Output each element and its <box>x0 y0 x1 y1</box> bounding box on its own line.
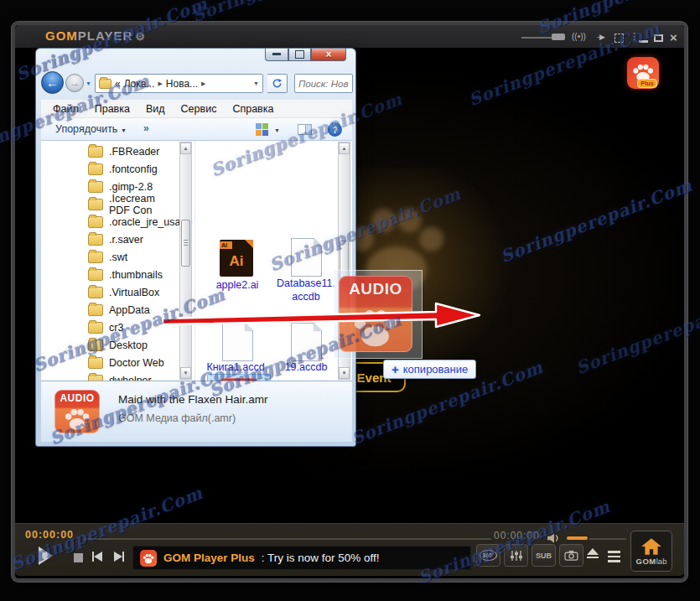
title-volume-track[interactable] <box>521 37 552 39</box>
ad-brand: GOM Player Plus <box>163 552 255 564</box>
menu-edit[interactable]: Правка <box>95 103 130 115</box>
breadcrumb-arrow-icon[interactable]: ▶ <box>158 80 162 87</box>
folder-icon <box>88 269 103 281</box>
360-mode-button[interactable]: 360° <box>476 544 500 567</box>
volume-slider[interactable] <box>567 536 588 540</box>
folder-name: .thumbnails <box>109 269 163 281</box>
details-filetype: GOM Медиа файл(.amr) <box>118 412 236 424</box>
gear-icon[interactable]: ⚙ <box>135 30 146 43</box>
folder-name: .VirtualBox <box>109 287 159 298</box>
gom-audio-icon: AUDIO <box>54 390 100 433</box>
menu-view[interactable]: Вид <box>146 103 165 115</box>
explorer-close-button[interactable]: × <box>311 48 346 61</box>
screenshot-button[interactable] <box>559 544 583 567</box>
screen-size-icon[interactable] <box>614 34 624 43</box>
menu-help[interactable]: Справка <box>232 103 273 115</box>
close-icon[interactable]: × <box>670 30 677 44</box>
forward-button[interactable]: → <box>65 74 84 92</box>
folder-item[interactable]: .swt <box>41 248 175 266</box>
control-menu-icon[interactable] <box>608 551 620 562</box>
explorer-content: .FBReader .fontconfig .gimp-2.8 .Icecrea… <box>41 141 352 381</box>
toolbar-more-chevron[interactable]: » <box>143 122 149 134</box>
equalizer-button[interactable] <box>504 544 528 567</box>
folder-item[interactable]: .r.saver <box>41 231 175 248</box>
pin-icon[interactable]: -▶ <box>597 33 605 41</box>
folder-item[interactable]: Doctor Web <box>41 354 175 371</box>
play-button[interactable] <box>39 547 53 565</box>
scroll-down-icon[interactable]: ▼ <box>339 367 350 379</box>
folder-name: .Icecream PDF Con <box>109 193 175 216</box>
preview-pane-icon[interactable] <box>298 124 312 135</box>
breadcrumb-item-2[interactable]: Нова... <box>166 78 198 90</box>
search-input[interactable] <box>295 75 352 92</box>
folder-name: .r.saver <box>109 234 143 246</box>
audio-label: AUDIO <box>54 392 100 404</box>
maximize-icon[interactable] <box>654 34 663 42</box>
more-dots-icon[interactable]: ⋮ <box>630 31 639 42</box>
next-button[interactable] <box>114 552 124 562</box>
folder-icon <box>88 304 103 316</box>
file-name[interactable]: apple2.ai <box>205 279 269 293</box>
gom-plus-icon[interactable]: Plus <box>627 57 659 89</box>
scroll-up-icon[interactable]: ▲ <box>339 142 350 154</box>
menu-file[interactable]: Файл <box>53 103 79 115</box>
tree-scrollbar[interactable]: ▲ ▼ <box>179 142 192 380</box>
paw-icon <box>60 406 94 432</box>
organize-button[interactable]: Упорядочить ▼ <box>55 123 127 135</box>
folder-item[interactable]: Desktop <box>41 336 175 354</box>
help-icon[interactable]: ? <box>328 122 342 137</box>
total-time: 00:00:00 <box>494 530 540 541</box>
stop-button[interactable] <box>74 553 83 562</box>
file-name[interactable]: 19.accdb <box>276 361 336 375</box>
address-dropdown-icon[interactable]: ▼ <box>253 80 259 86</box>
back-button[interactable]: ← <box>41 71 64 94</box>
folder-item[interactable]: .FBReader <box>41 142 175 160</box>
tree-scrollbar-thumb[interactable] <box>181 220 190 267</box>
folder-item[interactable]: .thumbnails <box>41 266 175 283</box>
ad-banner[interactable]: GOM Player Plus: Try is now for 50% off! <box>132 546 471 570</box>
explorer-window: × ← → ▼ « Лока... ▶ Нова... ▶ ▼ Файл Пра… <box>35 48 356 447</box>
minimize-icon[interactable] <box>639 40 648 43</box>
file-icon-illustrator[interactable]: AI Ai <box>220 240 253 277</box>
breadcrumb-item-1[interactable]: Лока... <box>124 78 155 90</box>
recent-pages-dropdown[interactable]: ▼ <box>86 80 91 86</box>
folder-item[interactable]: .oracle_jre_usage <box>41 213 175 231</box>
broadcast-icon[interactable]: ((•)) <box>572 32 586 41</box>
gom-paw-icon <box>140 550 157 567</box>
file-icon-document[interactable] <box>291 238 322 277</box>
scroll-down-icon[interactable]: ▼ <box>180 367 191 379</box>
page-fold <box>245 240 253 248</box>
address-bar[interactable]: « Лока... ▶ Нова... ▶ ▼ <box>95 74 263 93</box>
previous-button[interactable] <box>92 552 102 562</box>
gom-player-logo: GOMPLAYER⚙ <box>45 28 146 43</box>
views-dropdown-icon[interactable]: ▼ <box>274 127 280 133</box>
scroll-up-icon[interactable]: ▲ <box>180 142 191 154</box>
ai-tab-label: AI <box>220 241 232 249</box>
folder-item[interactable]: AppData <box>41 301 175 319</box>
menu-tools[interactable]: Сервис <box>181 103 217 115</box>
folder-item[interactable]: cr3 <box>41 319 175 336</box>
folder-item[interactable]: .fontconfig <box>41 160 175 178</box>
copy-tooltip: + копирование <box>383 360 476 379</box>
folder-item[interactable]: dwhelper <box>41 371 175 381</box>
title-volume-handle[interactable] <box>552 34 565 40</box>
crumb-overflow[interactable]: « <box>115 78 121 90</box>
gomlab-button[interactable]: GOMlab <box>630 531 672 572</box>
organize-label: Упорядочить <box>55 123 117 135</box>
explorer-maximize-button[interactable] <box>288 48 311 61</box>
subtitles-button[interactable]: SUB <box>531 544 556 567</box>
views-icon[interactable] <box>256 123 268 136</box>
explorer-window-controls: × <box>265 48 346 61</box>
seek-bar[interactable] <box>84 538 491 540</box>
folder-item[interactable]: .Icecream PDF Con <box>41 195 175 213</box>
volume-track[interactable] <box>589 538 626 540</box>
explorer-minimize-button[interactable] <box>265 48 288 61</box>
search-box[interactable] <box>294 74 353 93</box>
breadcrumb-arrow-icon[interactable]: ▶ <box>201 80 205 87</box>
refresh-button[interactable] <box>267 74 288 93</box>
eject-button[interactable] <box>587 548 599 558</box>
folder-icon <box>88 199 103 210</box>
folder-name: dwhelper <box>109 375 152 381</box>
folder-name: .gimp-2.8 <box>109 181 153 193</box>
folder-item[interactable]: .VirtualBox <box>41 283 175 301</box>
